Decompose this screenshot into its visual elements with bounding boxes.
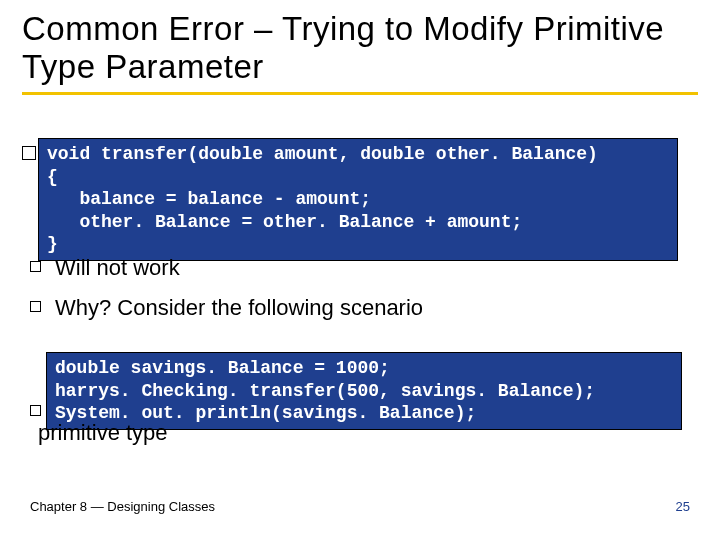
trailing-text: primitive type [38, 419, 168, 448]
bullet-text: Why? Consider the following scenario [55, 294, 423, 323]
slide-title: Common Error – Trying to Modify Primitiv… [22, 10, 698, 86]
footer-chapter: Chapter 8 — Designing Classes [30, 499, 215, 514]
title-underline [22, 92, 698, 95]
bullet-row-why: Why? Consider the following scenario [30, 294, 423, 323]
bullet-marker [30, 301, 41, 312]
bullet-row-trailing: primitive type [38, 419, 168, 448]
page-number: 25 [676, 499, 690, 514]
footer: Chapter 8 — Designing Classes 25 [30, 499, 690, 514]
bullet-marker [22, 146, 36, 160]
bullet-text: Will not work [55, 254, 180, 283]
bullet-marker [30, 405, 41, 416]
bullet-row-willnotwork: Will not work [30, 254, 180, 283]
code-block-scenario: double savings. Balance = 1000; harrys. … [46, 352, 682, 430]
slide: Common Error – Trying to Modify Primitiv… [0, 0, 720, 540]
code-block-transfer: void transfer(double amount, double othe… [38, 138, 678, 261]
bullet-marker [30, 261, 41, 272]
